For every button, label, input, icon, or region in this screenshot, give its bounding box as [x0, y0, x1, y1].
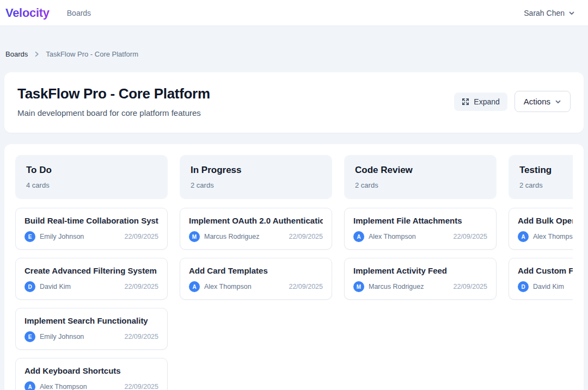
- card-assignee: Emily Johnson: [40, 233, 84, 240]
- avatar: M: [353, 281, 364, 292]
- board-title: TaskFlow Pro - Core Platform: [17, 85, 210, 102]
- card-meta: E Emily Johnson 22/09/2025: [24, 231, 158, 242]
- avatar: D: [24, 281, 35, 292]
- card-list: Add Bulk Operations A Alex Thompson Add …: [509, 208, 573, 300]
- actions-button[interactable]: Actions: [514, 91, 571, 112]
- card-meta: A Alex Thompson 22/09/2025: [24, 381, 158, 390]
- card-title: Add Card Templates: [189, 266, 323, 275]
- card-assignee: Alex Thompson: [204, 283, 252, 290]
- card-meta: E Emily Johnson 22/09/2025: [24, 331, 158, 342]
- user-menu[interactable]: Sarah Chen: [524, 9, 575, 17]
- breadcrumb-boards[interactable]: Boards: [5, 50, 28, 58]
- column-header: In Progress 2 cards: [180, 155, 332, 199]
- avatar: A: [24, 381, 35, 390]
- user-name: Sarah Chen: [524, 9, 565, 17]
- board-title-block: TaskFlow Pro - Core Platform Main develo…: [17, 85, 210, 117]
- card-assignee: Alex Thompson: [369, 233, 416, 240]
- avatar: E: [24, 331, 35, 342]
- chevron-down-icon: [568, 10, 575, 16]
- card-meta: M Marcus Rodriguez 22/09/2025: [189, 231, 323, 242]
- column-header: To Do 4 cards: [15, 155, 168, 199]
- card-assignee: David Kim: [533, 283, 564, 290]
- card-meta: A Alex Thompson 22/09/2025: [353, 231, 487, 242]
- breadcrumb-current-board: TaskFlow Pro - Core Platform: [46, 50, 138, 58]
- top-nav: Boards: [67, 9, 91, 17]
- board-subtitle: Main development board for core platform…: [17, 108, 210, 117]
- card-meta: D David Kim: [518, 281, 573, 292]
- avatar: A: [189, 281, 200, 292]
- column-title: In Progress: [191, 165, 321, 176]
- card-assignee: Alex Thompson: [533, 233, 573, 240]
- card-due-date: 22/09/2025: [124, 233, 158, 240]
- card-due-date: 22/09/2025: [124, 383, 158, 390]
- card-due-date: 22/09/2025: [289, 233, 323, 240]
- card-title: Add Custom Fields: [518, 266, 573, 275]
- card-assignee: Emily Johnson: [40, 333, 84, 341]
- task-card[interactable]: Implement Search Functionality E Emily J…: [15, 308, 168, 350]
- card-title: Create Advanced Filtering System: [24, 266, 158, 275]
- card-title: Build Real-time Collaboration System: [24, 216, 158, 225]
- task-card[interactable]: Build Real-time Collaboration System E E…: [15, 208, 168, 250]
- expand-icon: [462, 98, 469, 106]
- card-due-date: 22/09/2025: [289, 283, 323, 290]
- actions-button-label: Actions: [524, 97, 550, 106]
- expand-button[interactable]: Expand: [454, 92, 507, 111]
- card-due-date: 22/09/2025: [453, 283, 487, 290]
- column-card-count: 2 cards: [355, 181, 486, 189]
- card-list: Implement File Attachments A Alex Thomps…: [344, 208, 497, 300]
- task-card[interactable]: Implement Activity Feed M Marcus Rodrigu…: [344, 258, 497, 300]
- avatar: A: [353, 231, 364, 242]
- app-logo[interactable]: Velocity: [5, 6, 50, 20]
- avatar: M: [189, 231, 200, 242]
- task-card[interactable]: Implement OAuth 2.0 Authentication M Mar…: [180, 208, 332, 250]
- card-due-date: 22/09/2025: [124, 283, 158, 290]
- card-meta: A Alex Thompson: [518, 231, 573, 242]
- card-title: Implement Search Functionality: [24, 316, 158, 325]
- chevron-down-icon: [555, 98, 561, 105]
- card-title: Implement File Attachments: [353, 216, 487, 225]
- card-assignee: Marcus Rodriguez: [369, 283, 424, 290]
- card-due-date: 22/09/2025: [124, 333, 158, 341]
- task-card[interactable]: Implement File Attachments A Alex Thomps…: [344, 208, 497, 250]
- card-assignee: David Kim: [40, 283, 71, 290]
- task-card[interactable]: Add Card Templates A Alex Thompson 22/09…: [180, 258, 332, 300]
- task-card[interactable]: Add Keyboard Shortcuts A Alex Thompson 2…: [15, 358, 168, 390]
- card-assignee: Alex Thompson: [40, 383, 87, 390]
- column-card-count: 2 cards: [519, 181, 573, 189]
- card-list: Build Real-time Collaboration System E E…: [15, 208, 168, 390]
- card-title: Add Bulk Operations: [518, 216, 573, 225]
- card-title: Implement Activity Feed: [353, 266, 487, 275]
- avatar: E: [24, 231, 35, 242]
- card-list: Implement OAuth 2.0 Authentication M Mar…: [180, 208, 332, 300]
- task-card[interactable]: Add Custom Fields D David Kim: [509, 258, 573, 300]
- chevron-right-icon: [34, 51, 40, 57]
- breadcrumb: Boards TaskFlow Pro - Core Platform: [4, 26, 584, 72]
- column-code-review: Code Review 2 cards Implement File Attac…: [344, 155, 497, 390]
- card-due-date: 22/09/2025: [453, 233, 487, 240]
- top-bar: Velocity Boards Sarah Chen: [0, 0, 588, 26]
- column-header: Code Review 2 cards: [344, 155, 497, 199]
- avatar: A: [518, 231, 529, 242]
- card-title: Add Keyboard Shortcuts: [24, 366, 158, 375]
- column-in-progress: In Progress 2 cards Implement OAuth 2.0 …: [180, 155, 332, 390]
- column-testing: Testing 2 cards Add Bulk Operations A Al…: [509, 155, 573, 390]
- card-title: Implement OAuth 2.0 Authentication: [189, 216, 323, 225]
- column-card-count: 2 cards: [191, 181, 321, 189]
- column-list: To Do 4 cards Build Real-time Collaborat…: [15, 155, 573, 390]
- task-card[interactable]: Add Bulk Operations A Alex Thompson: [509, 208, 573, 250]
- card-meta: M Marcus Rodriguez 22/09/2025: [353, 281, 487, 292]
- nav-item-boards[interactable]: Boards: [67, 9, 91, 17]
- card-assignee: Marcus Rodriguez: [204, 233, 259, 240]
- card-meta: A Alex Thompson 22/09/2025: [189, 281, 323, 292]
- column-title: To Do: [26, 165, 157, 176]
- expand-button-label: Expand: [474, 97, 499, 106]
- board-container: To Do 4 cards Build Real-time Collaborat…: [4, 144, 584, 390]
- column-header: Testing 2 cards: [509, 155, 573, 199]
- task-card[interactable]: Create Advanced Filtering System D David…: [15, 258, 168, 300]
- avatar: D: [518, 281, 529, 292]
- column-title: Testing: [519, 165, 573, 176]
- column-to-do: To Do 4 cards Build Real-time Collaborat…: [15, 155, 168, 390]
- column-title: Code Review: [355, 165, 486, 176]
- board-header-actions: Expand Actions: [454, 91, 571, 112]
- column-card-count: 4 cards: [26, 181, 157, 189]
